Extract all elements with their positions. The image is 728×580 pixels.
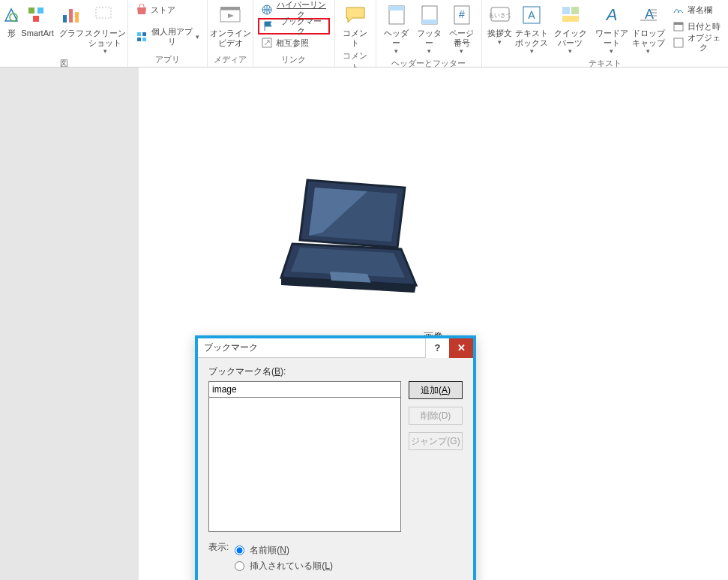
footer-button[interactable]: フッター▾ [414, 2, 445, 56]
jump-button: ジャンプ(G) [409, 432, 463, 450]
pagenumber-icon: # [450, 3, 474, 27]
screenshot-icon [93, 3, 117, 27]
quickparts-icon [559, 3, 583, 27]
bookmark-listbox[interactable] [208, 397, 401, 532]
object-button[interactable]: オブジェク [670, 35, 724, 51]
comment-label: コメント [340, 29, 371, 47]
quickparts-button[interactable]: クイック パーツ▾ [550, 2, 592, 56]
shapes-button[interactable]: 形 [4, 2, 18, 40]
pagenumber-label: ページ 番号 [449, 29, 474, 47]
myapps-button[interactable]: 個人用アプリ ▾ [133, 29, 202, 45]
svg-rect-29 [571, 7, 579, 14]
footer-label: フッター [414, 29, 445, 47]
crossref-button[interactable]: 相互参照 [258, 35, 329, 51]
page[interactable]: 画像 ブックマーク ? ✕ ブックマーク名(B): 追加(A) 削除(D) [139, 68, 728, 580]
globe-icon [261, 4, 273, 16]
svg-rect-4 [33, 16, 39, 22]
pagenumber-button[interactable]: # ページ 番号▾ [447, 2, 477, 56]
display-label: 表示: [208, 541, 229, 554]
group-apps: ストア 個人用アプリ ▾ アプリ [128, 0, 208, 67]
comment-button[interactable]: コメント [340, 2, 371, 49]
radio-insert-order[interactable]: 挿入されている順(L) [235, 560, 333, 572]
bookmark-ribbon-label: ブックマーク [277, 17, 325, 35]
chevron-down-icon: ▾ [427, 47, 431, 55]
store-icon [136, 4, 148, 16]
wordart-icon: A [600, 3, 624, 27]
signature-button[interactable]: 署名欄 [670, 2, 724, 18]
calendar-icon [673, 20, 685, 32]
signature-label: 署名欄 [688, 5, 712, 15]
svg-marker-15 [228, 14, 234, 18]
greeting-button[interactable]: あいさつ 挨拶文▾ [487, 2, 514, 47]
svg-rect-3 [37, 8, 43, 14]
bookmark-dialog: ブックマーク ? ✕ ブックマーク名(B): 追加(A) 削除(D) ジャンプ(… [195, 335, 476, 580]
header-button[interactable]: ヘッダー▾ [381, 2, 412, 56]
wordart-button[interactable]: A ワードアート▾ [593, 2, 631, 56]
svg-rect-30 [562, 16, 579, 22]
chevron-down-icon: ▾ [196, 33, 199, 41]
chevron-down-icon: ▾ [103, 47, 107, 55]
svg-rect-9 [137, 32, 141, 36]
dialog-titlebar[interactable]: ブックマーク ? ✕ [198, 338, 473, 358]
svg-rect-8 [96, 8, 111, 18]
radio-name-order-input[interactable] [235, 545, 244, 555]
screenshot-label: スクリーン ショット [85, 29, 126, 47]
chart-button[interactable]: グラフ [57, 2, 85, 40]
wordart-label: ワードアート [593, 29, 631, 47]
store-label: ストア [151, 5, 175, 15]
textbox-icon: A [520, 3, 544, 27]
crossref-label: 相互参照 [276, 38, 309, 48]
radio-insert-order-input[interactable] [235, 561, 244, 571]
group-illustrations: 形 SmartArt グラフ スクリーン ショット ▾ 図 [0, 0, 128, 67]
datetime-button[interactable]: 日付と時 [670, 18, 724, 35]
chevron-down-icon: ▾ [498, 38, 502, 46]
greeting-label: 挨拶文 [487, 29, 512, 38]
object-label: オブジェク [688, 33, 721, 52]
dialog-title: ブックマーク [198, 341, 425, 354]
chevron-down-icon: ▾ [394, 47, 398, 55]
smartart-button[interactable]: SmartArt [19, 2, 55, 40]
chart-icon [59, 3, 83, 27]
signature-icon [673, 4, 685, 16]
radio-name-order[interactable]: 名前順(N) [235, 544, 333, 557]
laptop-image[interactable] [277, 173, 427, 310]
ribbon: 形 SmartArt グラフ スクリーン ショット ▾ 図 ストア [0, 0, 728, 68]
smartart-label: SmartArt [21, 29, 53, 38]
svg-rect-2 [28, 8, 34, 14]
greeting-icon: あいさつ [488, 3, 512, 27]
header-label: ヘッダー [381, 29, 412, 47]
svg-rect-7 [75, 12, 79, 23]
hyperlink-button[interactable]: ハイパーリンク [258, 2, 329, 18]
help-button[interactable]: ? [425, 338, 449, 358]
screenshot-button[interactable]: スクリーン ショット ▾ [87, 2, 123, 56]
group-text: あいさつ 挨拶文▾ A テキスト ボックス▾ クイック パーツ▾ A ワードアー… [482, 0, 728, 67]
header-icon [385, 3, 409, 27]
close-button[interactable]: ✕ [449, 338, 473, 358]
document-area: 画像 ブックマーク ? ✕ ブックマーク名(B): 追加(A) 削除(D) [0, 68, 728, 580]
textbox-button[interactable]: A テキスト ボックス▾ [515, 2, 548, 56]
smartart-icon [25, 3, 49, 27]
online-video-button[interactable]: オンライン ビデオ [212, 2, 248, 49]
myapps-label: 個人用アプリ [151, 27, 193, 46]
store-button[interactable]: ストア [133, 2, 202, 18]
dropcap-button[interactable]: A ドロップ キャップ▾ [632, 2, 665, 56]
bookmark-button[interactable]: ブックマーク [258, 18, 329, 35]
add-button[interactable]: 追加(A) [409, 381, 463, 399]
group-media-label: メディア [212, 53, 248, 67]
textbox-label: テキスト ボックス [515, 29, 548, 47]
online-video-label: オンライン ビデオ [210, 29, 251, 47]
svg-rect-38 [674, 23, 683, 25]
svg-rect-19 [389, 6, 404, 11]
crossref-icon [261, 37, 273, 49]
footer-icon [418, 3, 442, 27]
svg-text:A: A [645, 7, 654, 22]
group-comments: コメント コメント [335, 0, 376, 67]
svg-text:あいさつ: あいさつ [490, 12, 511, 19]
datetime-label: 日付と時 [688, 22, 721, 32]
group-links-label: リンク [258, 53, 329, 67]
video-icon [218, 3, 242, 27]
shapes-label: 形 [7, 29, 16, 38]
delete-button: 削除(D) [409, 407, 463, 425]
svg-rect-12 [142, 38, 146, 41]
bookmark-name-input[interactable] [208, 381, 401, 398]
